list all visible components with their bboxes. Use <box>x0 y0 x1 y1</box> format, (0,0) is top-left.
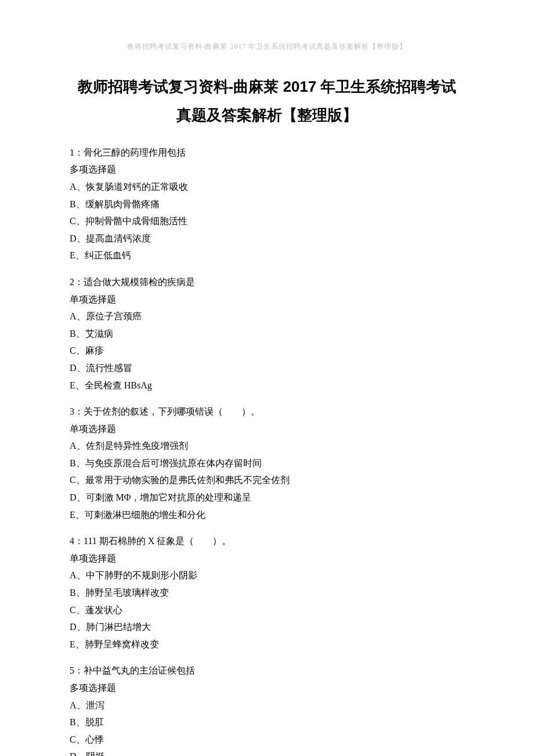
question-block: 4：111 期石棉肺的 X 征象是（ ）。 单项选择题 A、中下肺野的不规则形小… <box>70 532 464 653</box>
question-type: 单项选择题 <box>70 291 464 308</box>
option: C、麻疹 <box>70 342 464 359</box>
option: A、中下肺野的不规则形小阴影 <box>70 567 464 584</box>
option: E、全民检查 HBsAg <box>70 377 464 394</box>
question-type: 多项选择题 <box>70 161 464 178</box>
question-block: 3：关于佐剂的叙述，下列哪项错误（ ）。 单项选择题 A、佐剂是特异性免疫增强剂… <box>70 403 464 523</box>
option: C、抑制骨骼中成骨细胞活性 <box>70 213 464 230</box>
option: D、流行性感冒 <box>70 359 464 377</box>
question-type: 单项选择题 <box>70 550 464 567</box>
option: B、艾滋病 <box>70 325 464 343</box>
question-stem: 5：补中益气丸的主治证候包括 <box>70 662 464 679</box>
document-title: 教师招聘考试复习资料-曲麻莱 2017 年卫生系统招聘考试 真题及答案解析【整理… <box>70 73 464 130</box>
question-type: 单项选择题 <box>70 420 464 438</box>
option: D、阴挺 <box>70 748 464 756</box>
option: A、佐剂是特异性免疫增强剂 <box>70 437 464 455</box>
option: A、原位子宫颈癌 <box>70 308 464 325</box>
question-type: 多项选择题 <box>70 679 464 697</box>
option: E、纠正低血钙 <box>70 247 464 264</box>
option: A、泄泻 <box>70 697 464 714</box>
question-block: 1：骨化三醇的药理作用包括 多项选择题 A、恢复肠道对钙的正常吸收 B、缓解肌肉… <box>70 144 464 264</box>
option: C、蓬发状心 <box>70 602 464 619</box>
question-stem: 1：骨化三醇的药理作用包括 <box>70 144 464 161</box>
option: B、与免疫原混合后可增强抗原在体内存留时间 <box>70 455 464 472</box>
title-line-2: 真题及答案解析【整理版】 <box>70 101 464 129</box>
option: B、缓解肌肉骨骼疼痛 <box>70 196 464 213</box>
question-block: 5：补中益气丸的主治证候包括 多项选择题 A、泄泻 B、脱肛 C、心悸 D、阴挺… <box>70 662 464 756</box>
page-container: 教师招聘考试复习资料-曲麻莱 2017 年卫生系统招聘考试真题及答案解析【整理版… <box>0 0 534 756</box>
option: C、心悸 <box>70 731 464 748</box>
question-stem: 2：适合做大规模筛检的疾病是 <box>70 273 464 291</box>
question-stem: 3：关于佐剂的叙述，下列哪项错误（ ）。 <box>70 403 464 420</box>
option: C、最常用于动物实验的是弗氏佐剂和弗氏不完全佐剂 <box>70 471 464 489</box>
title-line-1: 教师招聘考试复习资料-曲麻莱 2017 年卫生系统招聘考试 <box>70 73 464 101</box>
option: B、脱肛 <box>70 714 464 731</box>
option: D、可刺激 MΦ，增加它对抗原的处理和递呈 <box>70 489 464 506</box>
question-stem: 4：111 期石棉肺的 X 征象是（ ）。 <box>70 532 464 550</box>
option: E、肺野呈蜂窝样改变 <box>70 636 464 653</box>
option: D、提高血清钙浓度 <box>70 230 464 247</box>
option: B、肺野呈毛玻璃样改变 <box>70 584 464 602</box>
question-block: 2：适合做大规模筛检的疾病是 单项选择题 A、原位子宫颈癌 B、艾滋病 C、麻疹… <box>70 273 464 394</box>
option: A、恢复肠道对钙的正常吸收 <box>70 178 464 196</box>
option: D、肺门淋巴结增大 <box>70 618 464 636</box>
option: E、可刺激淋巴细胞的增生和分化 <box>70 506 464 524</box>
running-header: 教师招聘考试复习资料-曲麻莱 2017 年卫生系统招聘考试真题及答案解析【整理版… <box>70 42 464 52</box>
